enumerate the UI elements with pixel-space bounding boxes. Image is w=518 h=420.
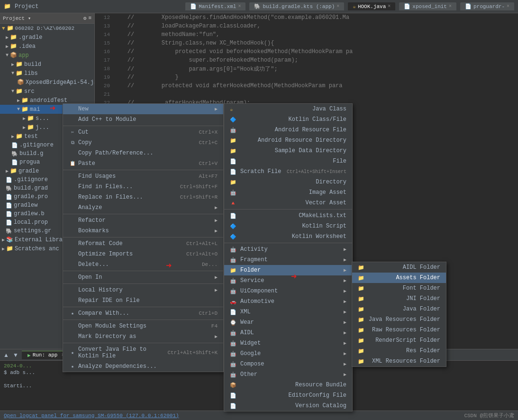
automotive-icon: 🚗	[230, 299, 237, 305]
tree-item-idea[interactable]: ▶ 📁 .idea	[0, 42, 94, 51]
submenu-item-editorconfigfile[interactable]: 📄 EditorConfig File	[224, 390, 352, 401]
tree-item-xposed[interactable]: 📦 XposedBridgeApi-54.jar	[0, 78, 94, 87]
tree-item-build[interactable]: ▶ 📁 build	[0, 60, 94, 69]
tree-item-libs[interactable]: ▼ 📁 libs	[0, 69, 94, 78]
submenu-item-javaclass[interactable]: ☕ Java Class	[224, 104, 352, 114]
down-button[interactable]: ▼	[11, 351, 20, 359]
menu-item-analyzedep[interactable]: ★ Analyze Dependencies...	[63, 361, 223, 372]
submenu-item-kotlinworksheet[interactable]: 🔷 Kotlin Worksheet	[224, 231, 352, 242]
service-label: Service	[240, 277, 341, 284]
submenu-item-kotlinscript[interactable]: 🔷 Kotlin Script	[224, 221, 352, 231]
file-icon4: 📄	[6, 177, 12, 183]
menu-item-copy[interactable]: ⧉ Copy Ctrl+C	[63, 137, 223, 148]
submenu-item-cmakelist[interactable]: 📄 CMakeLists.txt	[224, 210, 352, 221]
scratchfile-shortcut: Ctrl+Alt+Shift+Insert	[287, 169, 346, 174]
submenu-item-widget[interactable]: 🤖 Widget ▶	[224, 338, 352, 348]
submenu-item-javaresourcesfolder[interactable]: 📁 Java Resources Folder	[352, 314, 446, 325]
menu-item-openmodulesettings[interactable]: Open Module Settings F4	[63, 321, 223, 331]
submenu-item-vectorasset[interactable]: 🔺 Vector Asset	[224, 198, 352, 208]
tree-gradle-label: .gradle	[18, 34, 42, 41]
submenu-item-directory[interactable]: 📁 Directory	[224, 177, 352, 187]
submenu-item-wear[interactable]: ⌚ Wear ▶	[224, 317, 352, 328]
tab-proguard-label: proguardr-	[473, 4, 505, 9]
gear-icon[interactable]: ⚙	[83, 15, 87, 21]
paste-label: Paste	[78, 160, 199, 167]
menu-item-findusages[interactable]: Find Usages Alt+F7	[63, 171, 223, 182]
submenu-item-folder[interactable]: 📁 Folder ▶	[224, 265, 352, 275]
other-arrow: ▶	[344, 372, 346, 377]
menu-item-comparewith[interactable]: ★ Compare With... Ctrl+D	[63, 308, 223, 319]
submenu-item-service[interactable]: 🤖 Service ▶	[224, 275, 352, 286]
submenu-item-xmlresourcesfolder[interactable]: 📁 XML Resources Folder	[352, 356, 446, 366]
submenu-arrow-bookmarks: ▶	[215, 228, 218, 234]
menu-item-findinfiles[interactable]: Find in Files... Ctrl+Shift+F	[63, 182, 223, 192]
submenu-item-resfolder[interactable]: 📁 Res Folder	[352, 346, 446, 356]
status-left[interactable]: Open logcat panel for samsung SM-G9550 (…	[4, 413, 179, 419]
submenu-item-compose[interactable]: 🤖 Compose ▶	[224, 359, 352, 369]
submenu-item-file[interactable]: 📄 File	[224, 156, 352, 166]
submenu-item-renderscriptfolder[interactable]: 📁 RenderScript Folder	[352, 335, 446, 346]
submenu-item-assetsfolder[interactable]: 📁 Assets Folder	[352, 273, 446, 283]
menu-item-reformatcode[interactable]: Reformat Code Ctrl+Alt+L	[63, 238, 223, 249]
analyzedep-icon: ★	[69, 364, 76, 369]
tree-item-app[interactable]: ▼ 📦 app	[0, 51, 94, 60]
submenu-item-rawresourcesfolder[interactable]: 📁 Raw Resources Folder	[352, 325, 446, 335]
menu-item-localhistory[interactable]: Local History ▶	[63, 285, 223, 295]
up-button[interactable]: ▲	[2, 351, 10, 359]
submenu-item-androidresourcedir[interactable]: 📁 Android Resource Directory	[224, 135, 352, 146]
submenu-item-fragment[interactable]: 🤖 Fragment ▶	[224, 255, 352, 265]
submenu-item-activity[interactable]: 🤖 Activity ▶	[224, 244, 352, 255]
menu-item-replaceinfiles[interactable]: Replace in Files... Ctrl+Shift+R	[63, 192, 223, 202]
submenu-item-fontfolder[interactable]: 📁 Font Folder	[352, 283, 446, 293]
submenu-item-sampledatadir[interactable]: 📁 Sample Data Directory	[224, 146, 352, 156]
submenu-item-google[interactable]: 🤖 Google ▶	[224, 348, 352, 359]
sep4	[63, 237, 223, 237]
javaresourcesfolder-icon: 📁	[358, 317, 365, 323]
expand-icon[interactable]: ≡	[88, 15, 91, 21]
menu-item-paste[interactable]: 📋 Paste Ctrl+V	[63, 158, 223, 169]
tree-item-root[interactable]: ▼ 📁 060202 D:\AZ\060202	[0, 24, 94, 33]
menu-item-convertjava[interactable]: ★ Convert Java File to Kotlin File Ctrl+…	[63, 344, 223, 361]
tab-proguard[interactable]: 📄 proguardr- ×	[460, 2, 514, 10]
file-icon7: 📄	[6, 202, 12, 209]
submenu-item-imageasset[interactable]: 🤖 Image Asset	[224, 187, 352, 198]
menu-item-openin[interactable]: Open In ▶	[63, 272, 223, 283]
submenu-item-xml[interactable]: 📄 XML ▶	[224, 307, 352, 317]
submenu-item-aidlfolder[interactable]: 📁 AIDL Folder	[352, 262, 446, 273]
tab-xposed[interactable]: 📄 xposed_init ×	[399, 2, 456, 10]
androidresourcedir-icon: 📁	[230, 137, 237, 144]
menu-item-delete[interactable]: Delete... De...	[63, 259, 223, 270]
menu-item-repairideonfle[interactable]: Repair IDE on File	[63, 295, 223, 306]
compose-label: Compose	[240, 361, 341, 367]
submenu-item-jnifolder[interactable]: 📁 JNI Folder	[352, 293, 446, 304]
menu-item-optimizeimports[interactable]: Optimize Imports Ctrl+Alt+O	[63, 249, 223, 259]
menu-item-new[interactable]: New ▶	[63, 104, 223, 114]
tree-main-label: mai	[30, 106, 40, 113]
tree-item-src[interactable]: ▼ 📁 src	[0, 87, 94, 96]
submenu-item-kotlinclass[interactable]: 🔷 Kotlin Class/File	[224, 114, 352, 125]
file-icon8: 📄	[6, 211, 12, 217]
menu-item-addcpp[interactable]: Add C++ to Module	[63, 114, 223, 125]
submenu-item-aidl[interactable]: 🤖 AIDL ▶	[224, 328, 352, 338]
submenu-item-javafolder[interactable]: 📁 Java Folder	[352, 304, 446, 314]
menu-item-markdirectoryas[interactable]: Mark Directory as ▶	[63, 331, 223, 342]
menu-item-analyze[interactable]: Analyze ▶	[63, 202, 223, 213]
tab-manifest[interactable]: 📄 Manifest.xml ×	[185, 2, 245, 10]
tab-buildgradle[interactable]: 🐘 build.gradle.kts (:app) ×	[249, 2, 344, 10]
submenu-item-scratchfile[interactable]: 📄 Scratch File Ctrl+Alt+Shift+Insert	[224, 166, 352, 177]
submenu-item-uicomponent[interactable]: 🤖 UiComponent ▶	[224, 286, 352, 296]
submenu-item-resourcebundle[interactable]: 📦 Resource Bundle	[224, 380, 352, 390]
submenu-item-automotive[interactable]: 🚗 Automotive ▶	[224, 296, 352, 307]
menu-item-copypath[interactable]: Copy Path/Reference...	[63, 148, 223, 158]
submenu-item-androidresource[interactable]: 🤖 Android Resource File	[224, 125, 352, 135]
rawresourcesfolder-label: Raw Resources Folder	[372, 327, 440, 333]
jar-icon: 📦	[17, 79, 24, 86]
tab-hookjava-label: HOOK.java	[358, 4, 386, 9]
tab-hookjava[interactable]: ☕ HOOK.java ×	[348, 2, 395, 10]
submenu-item-other[interactable]: 🤖 Other ▶	[224, 369, 352, 380]
tree-item-gradle[interactable]: ▶ 📁 .gradle	[0, 33, 94, 42]
submenu-item-versioncatalog[interactable]: 📄 Version Catalog	[224, 401, 352, 411]
menu-item-cut[interactable]: ✂ Cut Ctrl+X	[63, 127, 223, 137]
menu-item-bookmarks[interactable]: Bookmarks ▶	[63, 226, 223, 236]
menu-item-refactor[interactable]: Refactor ▶	[63, 215, 223, 226]
